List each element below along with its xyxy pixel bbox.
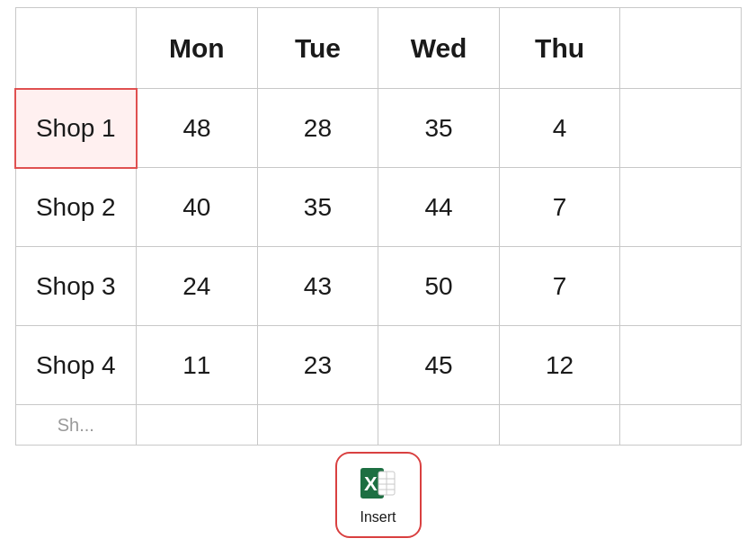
shop-name[interactable]: Shop 4 (15, 326, 137, 405)
table-row[interactable]: Shop 2 40 35 44 7 (15, 168, 742, 247)
cell-extra (620, 89, 742, 168)
header-extra (620, 8, 742, 89)
insert-label: Insert (360, 509, 396, 525)
cell-mon-partial[interactable] (137, 405, 258, 446)
table-row-partial[interactable]: Sh... (15, 405, 742, 446)
header-thu: Thu (499, 8, 620, 89)
header-wed: Wed (378, 8, 500, 89)
table-row[interactable]: Shop 3 24 43 50 7 (15, 247, 742, 326)
cell-thu[interactable]: 7 (499, 168, 620, 247)
cell-extra (620, 326, 742, 405)
cell-tue-partial[interactable] (257, 405, 378, 446)
cell-wed[interactable]: 45 (378, 326, 500, 405)
header-mon: Mon (137, 8, 258, 89)
cell-wed[interactable]: 35 (378, 89, 500, 168)
shop-name-partial[interactable]: Sh... (15, 405, 137, 446)
cell-wed[interactable]: 50 (378, 247, 500, 326)
cell-wed-partial[interactable] (378, 405, 500, 446)
cell-mon[interactable]: 24 (137, 247, 258, 326)
cell-tue[interactable]: 23 (257, 326, 378, 405)
cell-thu[interactable]: 12 (499, 326, 620, 405)
insert-button[interactable]: X Insert (335, 452, 422, 538)
insert-button-container: X Insert (335, 452, 422, 538)
cell-thu-partial[interactable] (499, 405, 620, 446)
cell-thu[interactable]: 4 (499, 89, 620, 168)
cell-thu[interactable]: 7 (499, 247, 620, 326)
shop-name[interactable]: Shop 2 (15, 168, 137, 247)
shop-name[interactable]: Shop 1 (15, 89, 137, 168)
excel-icon: X (359, 464, 398, 504)
cell-wed[interactable]: 44 (378, 168, 500, 247)
table-row[interactable]: Shop 1 48 28 35 4 (15, 89, 742, 168)
cell-mon[interactable]: 40 (137, 168, 258, 247)
cell-extra (620, 168, 742, 247)
shop-name[interactable]: Shop 3 (15, 247, 137, 326)
cell-tue[interactable]: 35 (257, 168, 378, 247)
cell-extra (620, 247, 742, 326)
header-tue: Tue (257, 8, 378, 89)
table-row[interactable]: Shop 4 11 23 45 12 (15, 326, 742, 405)
cell-extra-partial (620, 405, 742, 446)
cell-tue[interactable]: 28 (257, 89, 378, 168)
header-row: Mon Tue Wed Thu (15, 8, 742, 89)
svg-text:X: X (364, 472, 378, 495)
header-empty (15, 8, 137, 89)
cell-tue[interactable]: 43 (257, 247, 378, 326)
cell-mon[interactable]: 11 (137, 326, 258, 405)
cell-mon[interactable]: 48 (137, 89, 258, 168)
data-table: Mon Tue Wed Thu Shop 1 48 28 35 4 Shop 2… (14, 7, 742, 446)
